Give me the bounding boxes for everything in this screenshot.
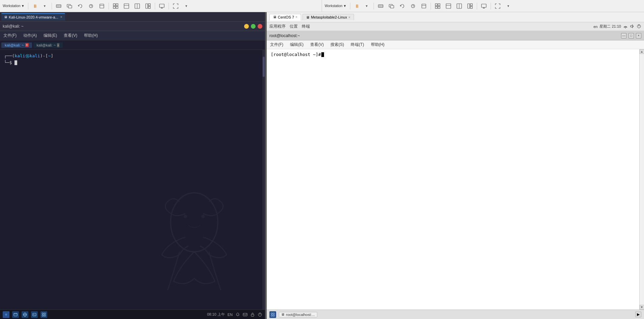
right-fullscreen-btn[interactable] — [493, 2, 502, 10]
left-send-ctrl-alt-del[interactable] — [54, 2, 63, 10]
left-view3-btn[interactable] — [133, 2, 142, 10]
kali-menu-view[interactable]: 查看(V) — [62, 32, 79, 39]
left-revert-btn[interactable] — [76, 2, 85, 10]
centos-term-menu-search[interactable]: 搜索(S) — [328, 41, 346, 48]
right-console-btn[interactable] — [479, 2, 489, 10]
sep3 — [109, 3, 109, 9]
kali-menu-edit[interactable]: 编辑(E) — [41, 32, 59, 39]
centos-term-menu-edit[interactable]: 编辑(E) — [288, 41, 305, 48]
centos-taskbar-right-btn[interactable]: ▶ — [635, 312, 641, 317]
centos-titlebar: root@localhost:~ — □ × — [267, 31, 644, 40]
left-fullscreen-group: ▼ — [182, 2, 191, 10]
centos-minimize-btn[interactable]: — — [621, 33, 626, 38]
kali-term-tab2[interactable]: kali@kali: ~ × — [33, 42, 63, 48]
kali-minimize-btn[interactable]: — — [244, 24, 249, 29]
right-send-ctrl-alt-del[interactable] — [376, 2, 385, 10]
svg-rect-13 — [113, 6, 115, 8]
svg-rect-73 — [271, 313, 272, 314]
right-view2-btn[interactable] — [444, 2, 453, 10]
centos-menubar-right: en 星期二 21:10 — [593, 24, 641, 29]
left-unknown-btn[interactable] — [97, 2, 107, 10]
left-vm-panel: 🖥 Kali-Linux-2020.4-vmware-a... × kali@k… — [0, 12, 265, 319]
sep1 — [28, 3, 28, 9]
left-view1-btn[interactable] — [111, 2, 120, 10]
centos-volume-icon — [630, 24, 635, 29]
kali-taskbar-lang: EN — [228, 313, 233, 317]
centos-task-terminal[interactable]: 🖥 root@localhost:... — [279, 312, 317, 317]
centos-tab-close[interactable]: × — [295, 15, 297, 19]
kali-taskbar-dragon-icon[interactable] — [3, 311, 9, 318]
centos-scroll-down-btn[interactable]: ▼ — [640, 305, 644, 310]
left-pause-dropdown[interactable]: ▼ — [40, 2, 50, 10]
centos-menu-terminal[interactable]: 终端 — [302, 24, 310, 29]
kali-taskbar-globe-icon[interactable] — [22, 311, 28, 318]
right-snap2-btn[interactable] — [408, 2, 418, 10]
centos-prompt: [root@localhost ~]# — [271, 52, 635, 57]
kali-taskbar-files-icon[interactable] — [12, 311, 19, 318]
kali-close-btn[interactable]: × — [258, 24, 262, 29]
left-fullscreen-dropdown[interactable]: ▼ — [182, 2, 191, 10]
centos-term-menu-view[interactable]: 查看(V) — [308, 41, 326, 48]
left-pause-btn[interactable]: ⏸ — [30, 2, 40, 10]
svg-rect-30 — [390, 5, 394, 8]
svg-rect-54 — [14, 313, 17, 316]
right-snap-btn[interactable] — [387, 2, 396, 10]
right-view3-btn[interactable] — [455, 2, 464, 10]
centos-menu-apps[interactable]: 应用程序 — [269, 24, 286, 29]
kali-menu-file[interactable]: 文件(F) — [1, 32, 19, 39]
meta-tab-close[interactable]: × — [348, 16, 350, 19]
kali-term-tab1[interactable]: kali@kali: ~ × — [1, 42, 32, 48]
right-pause-group: ⏸ ▼ — [352, 2, 372, 10]
right-fullscreen-dropdown[interactable]: ▼ — [504, 2, 513, 10]
kali-scroll-thumb[interactable] — [263, 57, 265, 77]
left-vm-tab-kali[interactable]: 🖥 Kali-Linux-2020.4-vmware-a... × — [1, 13, 65, 21]
right-view1-btn[interactable] — [433, 2, 442, 10]
left-view4-btn[interactable] — [143, 2, 153, 10]
svg-point-52 — [201, 215, 205, 219]
right-pause-btn[interactable]: ⏸ — [352, 2, 362, 10]
kali-scrollbar[interactable] — [262, 50, 265, 310]
left-view2-btn[interactable] — [122, 2, 131, 10]
centos-scroll-up-btn[interactable]: ▲ — [640, 49, 644, 54]
kali-term-tab1-close[interactable]: × — [25, 43, 29, 47]
centos-term-menu-help[interactable]: 帮助(H) — [369, 41, 387, 48]
kali-terminal-body[interactable]: ┌──(kali㉿kali)-[~] └─$ — [0, 50, 265, 310]
right-vm-tab-centos[interactable]: 🖥 CentOS 7 × — [269, 14, 301, 21]
kali-taskbar-terminal-icon[interactable] — [31, 311, 38, 318]
right-view4-btn[interactable] — [465, 2, 475, 10]
centos-scrollbar[interactable]: ▲ ▼ — [639, 49, 644, 310]
left-workstation-menu[interactable]: Workstation ▼ — [1, 3, 26, 8]
kali-term-tab2-close[interactable]: × — [57, 43, 59, 47]
centos-close-btn[interactable]: × — [636, 33, 641, 38]
centos-lang-indicator: en — [593, 25, 597, 29]
right-workstation-menu[interactable]: Workstation ▼ — [323, 3, 348, 8]
right-revert-btn[interactable] — [398, 2, 407, 10]
main-area: 🖥 Kali-Linux-2020.4-vmware-a... × kali@k… — [0, 12, 644, 319]
right-unknown-btn[interactable] — [419, 2, 429, 10]
left-snap-btn[interactable] — [65, 2, 74, 10]
centos-terminal-body[interactable]: [root@localhost ~]# — [267, 49, 639, 310]
svg-rect-21 — [148, 6, 150, 8]
left-snap2-btn[interactable] — [86, 2, 96, 10]
svg-rect-34 — [422, 4, 426, 8]
centos-taskbar-apps-icon[interactable] — [269, 311, 276, 318]
kali-menu-help[interactable]: 帮助(H) — [82, 32, 100, 39]
centos-menu-location[interactable]: 位置 — [290, 24, 298, 29]
left-fullscreen-btn[interactable] — [171, 2, 180, 10]
right-fullscreen-group: ▼ — [504, 2, 513, 10]
kali-menu-action[interactable]: 动作(A) — [21, 32, 39, 39]
left-vm-tab-close[interactable]: × — [60, 15, 62, 19]
centos-term-menu-terminal[interactable]: 终端(T) — [349, 41, 366, 48]
centos-maximize-btn[interactable]: □ — [628, 33, 634, 38]
right-pause-dropdown[interactable]: ▼ — [362, 2, 372, 10]
left-console-btn[interactable] — [157, 2, 167, 10]
rsep5 — [491, 3, 491, 9]
kali-taskbar-apps-icon[interactable] — [40, 311, 47, 318]
centos-term-menu-file[interactable]: 文件(F) — [268, 41, 285, 48]
centos-network-icon — [623, 24, 628, 29]
kali-maximize-btn[interactable]: □ — [251, 24, 256, 29]
right-vm-tab-meta[interactable]: 🖥 Metasploitable2-Linux × — [302, 14, 354, 20]
svg-point-50 — [171, 193, 218, 252]
svg-rect-19 — [146, 4, 148, 8]
kali-taskbar-lock-icon — [250, 312, 255, 317]
